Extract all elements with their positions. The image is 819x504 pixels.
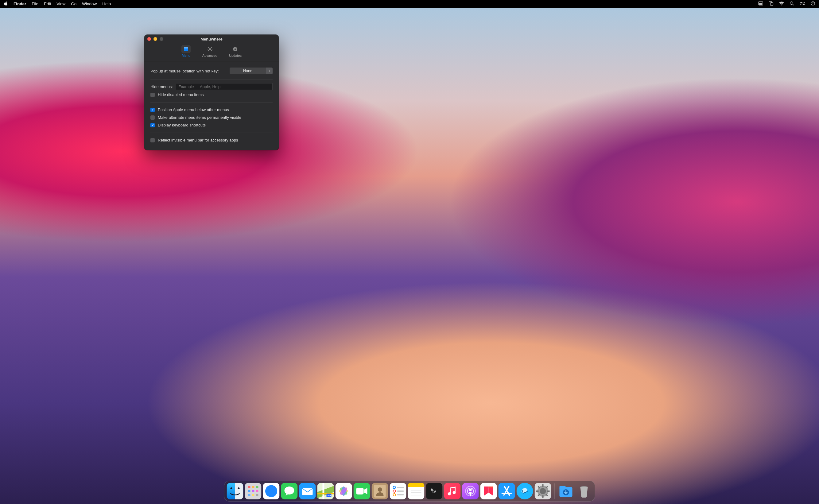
minimize-button[interactable] — [153, 37, 157, 41]
tab-menu[interactable]: Menu — [179, 44, 193, 59]
tab-updates-label: Updates — [229, 54, 242, 57]
svg-rect-65 — [397, 494, 404, 495]
hide-disabled-checkbox[interactable] — [150, 93, 155, 97]
dock: 280 tv — [224, 481, 595, 502]
svg-rect-20 — [208, 50, 209, 51]
svg-rect-13 — [184, 47, 188, 48]
svg-point-90 — [540, 488, 546, 494]
menubar: Finder File Edit View Go Window Help — [0, 0, 819, 8]
menu-help[interactable]: Help — [102, 2, 111, 6]
svg-rect-43 — [302, 488, 313, 495]
svg-point-76 — [453, 491, 456, 494]
hide-menus-label: Hide menus: — [150, 84, 173, 89]
titlebar[interactable]: Menuwhere — [144, 35, 279, 43]
menu-view[interactable]: View — [56, 2, 65, 6]
dock-launchpad[interactable] — [245, 483, 262, 499]
svg-rect-68 — [408, 485, 425, 487]
tab-updates[interactable]: Updates — [227, 44, 244, 59]
svg-rect-74 — [444, 483, 461, 499]
alternates-label: Make alternate menu items permanently vi… — [158, 115, 241, 120]
svg-rect-61 — [397, 487, 404, 488]
alternates-checkbox[interactable] — [150, 115, 155, 120]
close-button[interactable] — [147, 37, 151, 41]
position-apple-label: Position Apple menu below other menus — [158, 107, 229, 112]
dock-facetime[interactable] — [354, 483, 370, 499]
mission-control-icon[interactable] — [769, 1, 774, 6]
svg-rect-15 — [210, 47, 210, 48]
dock-safari[interactable] — [263, 483, 280, 499]
dock-reminders[interactable] — [390, 483, 406, 499]
hotkey-field[interactable]: None — [230, 68, 266, 74]
menu-go[interactable]: Go — [71, 2, 76, 6]
svg-rect-21 — [208, 47, 209, 48]
tab-advanced[interactable]: Advanced — [200, 44, 220, 59]
menu-window[interactable]: Window — [82, 2, 97, 6]
wifi-icon[interactable] — [779, 1, 784, 6]
dock-maps[interactable]: 280 — [317, 483, 334, 499]
dock-trash[interactable] — [576, 483, 592, 499]
hotkey-label: Pop up at mouse location with hot key: — [150, 69, 219, 73]
menu-edit[interactable]: Edit — [44, 2, 51, 6]
dock-contacts[interactable] — [372, 483, 388, 499]
dock-tv[interactable]: tv — [426, 483, 443, 499]
apple-menu-icon[interactable] — [4, 1, 8, 6]
dock-appstore[interactable] — [499, 483, 515, 499]
svg-line-6 — [793, 4, 794, 6]
svg-rect-32 — [252, 490, 254, 492]
dock-finder[interactable] — [227, 483, 243, 499]
clock-widget-icon[interactable] — [810, 1, 815, 6]
svg-point-14 — [209, 48, 211, 50]
shortcuts-label: Display keyboard shortcuts — [158, 123, 206, 127]
svg-rect-17 — [207, 49, 208, 49]
svg-point-26 — [238, 487, 240, 489]
reflect-label: Reflect invisible menu bar for accessory… — [158, 138, 238, 142]
window-title: Menuwhere — [144, 37, 279, 41]
svg-rect-22 — [211, 50, 212, 51]
svg-rect-55 — [356, 488, 364, 494]
toolbar: Menu Advanced Updates — [144, 43, 279, 61]
shortcuts-checkbox[interactable] — [150, 123, 155, 127]
position-apple-checkbox[interactable] — [150, 108, 155, 112]
app-name[interactable]: Finder — [14, 2, 26, 6]
svg-rect-28 — [248, 486, 250, 488]
hide-disabled-label: Hide disabled menu items — [158, 92, 204, 97]
reflect-checkbox[interactable] — [150, 138, 155, 142]
hotkey-add-button[interactable]: + — [266, 68, 273, 74]
svg-rect-36 — [256, 494, 258, 496]
svg-point-75 — [448, 492, 451, 495]
svg-rect-33 — [256, 490, 258, 492]
dock-settings[interactable] — [535, 483, 551, 499]
svg-rect-100 — [560, 486, 566, 489]
hide-menus-input[interactable] — [176, 83, 273, 90]
svg-rect-18 — [212, 49, 212, 49]
svg-rect-3 — [770, 3, 773, 6]
dock-photos[interactable] — [336, 483, 352, 499]
dock-notes[interactable] — [408, 483, 425, 499]
tab-advanced-label: Advanced — [202, 54, 217, 57]
spotlight-icon[interactable] — [790, 1, 794, 6]
svg-rect-92 — [542, 495, 544, 498]
svg-rect-16 — [210, 51, 210, 52]
desktop-wallpaper — [0, 0, 819, 504]
dock-freeform[interactable] — [517, 483, 533, 499]
svg-point-58 — [378, 487, 382, 492]
menu-icon — [183, 46, 189, 52]
dock-news[interactable] — [480, 483, 497, 499]
zoom-button[interactable] — [160, 37, 163, 41]
dock-downloads[interactable] — [558, 483, 574, 499]
stage-manager-icon[interactable] — [758, 1, 763, 6]
update-icon — [232, 46, 238, 52]
svg-rect-93 — [536, 490, 539, 492]
svg-point-41 — [285, 487, 294, 494]
control-center-icon[interactable] — [800, 1, 805, 6]
dock-music[interactable] — [444, 483, 461, 499]
dock-mail[interactable] — [299, 483, 316, 499]
dock-podcasts[interactable] — [462, 483, 479, 499]
svg-rect-35 — [252, 494, 254, 496]
svg-text:tv: tv — [432, 489, 436, 494]
svg-point-10 — [803, 4, 804, 5]
dock-messages[interactable] — [281, 483, 298, 499]
gear-icon — [207, 46, 213, 52]
svg-rect-63 — [397, 490, 404, 492]
menu-file[interactable]: File — [32, 2, 38, 6]
